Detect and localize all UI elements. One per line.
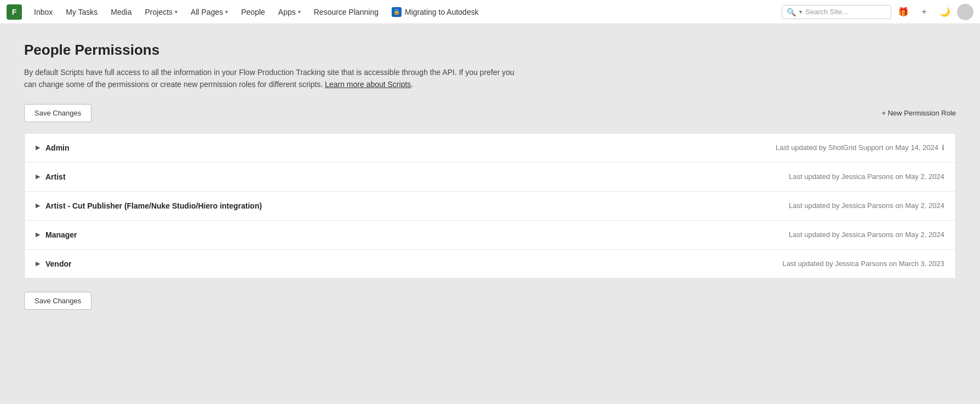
permission-row-left: ▶Admin bbox=[36, 143, 70, 152]
nav-item-projects[interactable]: Projects ▾ bbox=[139, 4, 183, 20]
logo[interactable]: F bbox=[7, 4, 22, 20]
top-navigation: F Inbox My Tasks Media Projects ▾ All Pa… bbox=[0, 0, 980, 24]
permission-meta: Last updated by Jessica Parsons on May 2… bbox=[789, 230, 944, 239]
learn-more-link[interactable]: Learn more about Scripts bbox=[325, 80, 411, 89]
permission-meta: Last updated by Jessica Parsons on May 2… bbox=[789, 172, 944, 181]
permission-meta: Last updated by ShotGrid Support on May … bbox=[776, 143, 944, 152]
page-title: People Permissions bbox=[24, 42, 956, 59]
permission-name: Manager bbox=[45, 230, 77, 239]
nav-item-autodesk[interactable]: 🔒 Migrating to Autodesk bbox=[386, 5, 484, 19]
nav-item-people[interactable]: People bbox=[236, 4, 271, 20]
main-content: People Permissions By default Scripts ha… bbox=[0, 24, 980, 404]
permission-row[interactable]: ▶AdminLast updated by ShotGrid Support o… bbox=[25, 134, 955, 163]
search-bar[interactable]: 🔍 ▾ Search Site... bbox=[782, 5, 891, 19]
permission-name: Admin bbox=[45, 143, 70, 152]
avatar[interactable] bbox=[957, 4, 973, 20]
plus-icon[interactable]: ＋ bbox=[915, 3, 933, 21]
info-icon[interactable]: ℹ bbox=[942, 143, 944, 152]
nav-item-mytasks[interactable]: My Tasks bbox=[60, 4, 103, 20]
permission-meta: Last updated by Jessica Parsons on March… bbox=[782, 259, 944, 268]
nav-right-section: 🔍 ▾ Search Site... 🎁 ＋ 🌙 bbox=[782, 3, 973, 21]
chevron-down-icon: ▾ bbox=[175, 9, 177, 15]
search-icon: 🔍 bbox=[787, 8, 796, 16]
permission-row-left: ▶Vendor bbox=[36, 259, 71, 268]
permission-name: Vendor bbox=[45, 259, 71, 268]
permission-list: ▶AdminLast updated by ShotGrid Support o… bbox=[24, 133, 956, 279]
chevron-right-icon: ▶ bbox=[36, 202, 40, 209]
dark-mode-icon[interactable]: 🌙 bbox=[936, 3, 954, 21]
permission-row-left: ▶Artist - Cut Publisher (Flame/Nuke Stud… bbox=[36, 201, 262, 210]
permission-row[interactable]: ▶ManagerLast updated by Jessica Parsons … bbox=[25, 221, 955, 250]
nav-item-resource-planning[interactable]: Resource Planning bbox=[308, 4, 384, 20]
chevron-down-icon: ▾ bbox=[225, 9, 228, 15]
nav-item-inbox[interactable]: Inbox bbox=[28, 4, 58, 20]
chevron-right-icon: ▶ bbox=[36, 173, 40, 180]
permission-name: Artist bbox=[45, 172, 66, 181]
nav-item-allpages[interactable]: All Pages ▾ bbox=[185, 4, 233, 20]
gift-icon[interactable]: 🎁 bbox=[895, 3, 912, 21]
nav-item-media[interactable]: Media bbox=[105, 4, 137, 20]
chevron-right-icon: ▶ bbox=[36, 144, 40, 151]
chevron-right-icon: ▶ bbox=[36, 231, 40, 238]
nav-item-apps[interactable]: Apps ▾ bbox=[273, 4, 306, 20]
new-permission-role-button[interactable]: + New Permission Role bbox=[882, 109, 956, 117]
permission-row-left: ▶Manager bbox=[36, 230, 77, 239]
chevron-down-icon: ▾ bbox=[298, 9, 301, 15]
page-description: By default Scripts have full access to a… bbox=[24, 66, 517, 91]
save-changes-button-top[interactable]: Save Changes bbox=[24, 104, 91, 122]
permission-meta: Last updated by Jessica Parsons on May 2… bbox=[789, 201, 944, 210]
permission-row[interactable]: ▶VendorLast updated by Jessica Parsons o… bbox=[25, 250, 955, 278]
permission-row-left: ▶Artist bbox=[36, 172, 66, 181]
bottom-toolbar: Save Changes bbox=[24, 292, 956, 310]
chevron-right-icon: ▶ bbox=[36, 260, 40, 267]
search-dropdown-icon[interactable]: ▾ bbox=[799, 9, 802, 15]
permission-name: Artist - Cut Publisher (Flame/Nuke Studi… bbox=[45, 201, 262, 210]
save-changes-button-bottom[interactable]: Save Changes bbox=[24, 292, 91, 310]
lock-icon: 🔒 bbox=[392, 7, 402, 17]
search-input[interactable]: Search Site... bbox=[805, 8, 886, 16]
permission-row[interactable]: ▶Artist - Cut Publisher (Flame/Nuke Stud… bbox=[25, 192, 955, 221]
permission-row[interactable]: ▶ArtistLast updated by Jessica Parsons o… bbox=[25, 163, 955, 192]
top-toolbar: Save Changes + New Permission Role bbox=[24, 104, 956, 122]
